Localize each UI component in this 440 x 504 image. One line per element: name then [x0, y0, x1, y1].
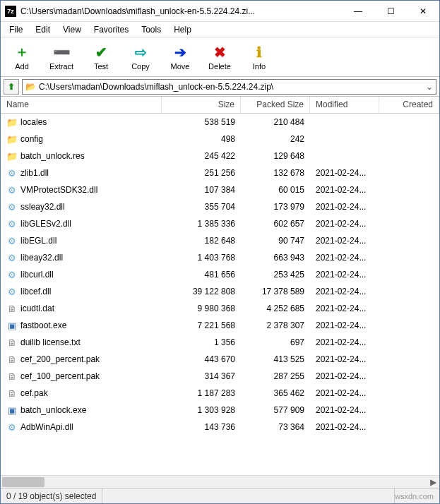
- info-button[interactable]: ℹInfo: [242, 42, 276, 72]
- extract-button-label: Extract: [49, 62, 73, 71]
- table-row[interactable]: ▣batch_unlock.exe1 303 928577 9092021-02…: [1, 402, 439, 419]
- up-icon: ⬆: [8, 82, 15, 92]
- test-button-label: Test: [94, 62, 108, 71]
- dll-icon: ⚙: [6, 235, 18, 246]
- copy-button[interactable]: ⇨Copy: [124, 42, 157, 72]
- table-row[interactable]: ⚙zlib1.dll251 256132 6782021-02-24...: [1, 164, 439, 181]
- menu-edit[interactable]: Edit: [30, 23, 56, 36]
- cell-packed: 413 525: [241, 354, 310, 364]
- cell-packed: 577 909: [241, 405, 310, 415]
- cell-modified: 2021-02-24...: [310, 219, 379, 229]
- chevron-down-icon[interactable]: ⌄: [426, 82, 433, 92]
- table-row[interactable]: 🗎icudtl.dat9 980 3684 252 6852021-02-24.…: [1, 300, 439, 317]
- cell-size: 107 384: [162, 185, 241, 195]
- menu-favorites[interactable]: Favorites: [88, 23, 134, 36]
- cell-size: 355 704: [162, 202, 241, 212]
- table-row[interactable]: ▣fastboot.exe7 221 5682 378 3072021-02-2…: [1, 317, 439, 334]
- table-row[interactable]: 🗎duilib license.txt1 3566972021-02-24...: [1, 334, 439, 351]
- scroll-right-icon[interactable]: ▶: [427, 476, 439, 488]
- folder-icon: 📁: [6, 133, 18, 145]
- file-name: config: [20, 134, 43, 144]
- file-list[interactable]: 📁locales538 519210 484📁config498242📁batc…: [1, 114, 439, 475]
- statusbar: 0 / 19 object(s) selected wsxdn.com: [1, 488, 439, 503]
- col-header-name[interactable]: Name: [1, 97, 162, 113]
- table-row[interactable]: ⚙libGLESv2.dll1 385 336602 6572021-02-24…: [1, 215, 439, 232]
- file-icon: 🗎: [6, 337, 18, 348]
- cell-modified: 2021-02-24...: [310, 185, 379, 195]
- up-button[interactable]: ⬆: [4, 79, 19, 95]
- file-name: cef.pak: [20, 388, 48, 398]
- cell-name: ⚙VMProtectSDK32.dll: [1, 184, 162, 196]
- table-row[interactable]: ⚙VMProtectSDK32.dll107 38460 0152021-02-…: [1, 181, 439, 198]
- cell-modified: 2021-02-24...: [310, 202, 379, 212]
- cell-modified: 2021-02-24...: [310, 270, 379, 280]
- menu-view[interactable]: View: [57, 23, 87, 36]
- cell-packed: 602 657: [241, 219, 310, 229]
- col-header-packed[interactable]: Packed Size: [241, 97, 310, 113]
- cell-name: 🗎cef_200_percent.pak: [1, 354, 162, 365]
- cell-size: 498: [162, 134, 241, 144]
- col-header-size[interactable]: Size: [162, 97, 241, 113]
- cell-packed: 2 378 307: [241, 320, 310, 330]
- test-button[interactable]: ✔Test: [84, 42, 118, 72]
- cell-modified: 2021-02-24...: [310, 304, 379, 313]
- cell-name: ⚙libEGL.dll: [1, 235, 162, 246]
- delete-button-icon: ✖: [211, 44, 228, 61]
- menu-file[interactable]: File: [4, 23, 28, 36]
- cell-name: 📁locales: [1, 116, 162, 128]
- table-row[interactable]: ⚙libcurl.dll481 656253 4252021-02-24...: [1, 266, 439, 283]
- cell-size: 1 356: [162, 337, 241, 347]
- cell-name: 🗎cef.pak: [1, 388, 162, 399]
- cell-modified: 2021-02-24...: [310, 354, 379, 364]
- file-name: duilib license.txt: [20, 337, 81, 347]
- extract-button[interactable]: ➖Extract: [44, 42, 78, 72]
- dll-icon: ⚙: [6, 218, 18, 229]
- menu-help[interactable]: Help: [168, 23, 197, 36]
- table-row[interactable]: 📁batch_unlock.res245 422129 648: [1, 148, 439, 164]
- file-name: libcef.dll: [20, 287, 51, 296]
- file-name: libGLESv2.dll: [20, 219, 71, 229]
- folder-icon: 📁: [6, 116, 18, 128]
- close-button[interactable]: ✕: [407, 1, 439, 22]
- col-header-modified[interactable]: Modified: [310, 97, 379, 113]
- cell-size: 1 303 928: [162, 405, 241, 415]
- address-combo[interactable]: 📂 C:\Users\madan\Downloads\miflash_unloc…: [22, 79, 436, 95]
- maximize-button[interactable]: ☐: [374, 1, 407, 22]
- table-row[interactable]: ⚙AdbWinApi.dll143 73673 3642021-02-24...: [1, 419, 439, 436]
- cell-name: ▣batch_unlock.exe: [1, 404, 162, 416]
- copy-button-icon: ⇨: [132, 44, 149, 61]
- cell-name: 🗎icudtl.dat: [1, 303, 162, 314]
- table-row[interactable]: 🗎cef_200_percent.pak443 670413 5252021-0…: [1, 351, 439, 368]
- menu-tools[interactable]: Tools: [136, 23, 167, 36]
- col-header-created[interactable]: Created: [379, 97, 439, 113]
- table-row[interactable]: ⚙libcef.dll39 122 80817 378 5892021-02-2…: [1, 283, 439, 300]
- cell-size: 314 367: [162, 371, 241, 381]
- table-row[interactable]: 🗎cef.pak1 187 283365 4622021-02-24...: [1, 385, 439, 402]
- cell-name: ⚙libGLESv2.dll: [1, 218, 162, 229]
- minimize-button[interactable]: —: [342, 1, 374, 22]
- cell-size: 481 656: [162, 270, 241, 280]
- cell-name: 🗎cef_100_percent.pak: [1, 371, 162, 382]
- delete-button[interactable]: ✖Delete: [203, 42, 237, 72]
- table-row[interactable]: 📁locales538 519210 484: [1, 114, 439, 131]
- info-button-label: Info: [253, 62, 266, 71]
- dll-icon: ⚙: [6, 167, 18, 179]
- copy-button-label: Copy: [131, 62, 150, 71]
- table-row[interactable]: 📁config498242: [1, 131, 439, 148]
- delete-button-label: Delete: [208, 62, 231, 71]
- move-button[interactable]: ➔Move: [163, 42, 197, 72]
- table-row[interactable]: ⚙ssleay32.dll355 704173 9792021-02-24...: [1, 198, 439, 215]
- add-button[interactable]: ＋Add: [5, 42, 39, 72]
- cell-name: ⚙AdbWinApi.dll: [1, 421, 162, 433]
- scroll-thumb[interactable]: [2, 477, 44, 487]
- table-row[interactable]: 🗎cef_100_percent.pak314 367287 2552021-0…: [1, 368, 439, 385]
- file-icon: 🗎: [6, 388, 18, 399]
- table-row[interactable]: ⚙libeay32.dll1 403 768663 9432021-02-24.…: [1, 249, 439, 266]
- cell-packed: 253 425: [241, 270, 310, 280]
- file-name: fastboot.exe: [20, 320, 66, 330]
- horizontal-scrollbar[interactable]: ◀ ▶: [1, 475, 439, 488]
- exe-icon: ▣: [6, 320, 18, 331]
- table-row[interactable]: ⚙libEGL.dll182 64890 7472021-02-24...: [1, 232, 439, 249]
- cell-name: ⚙libcef.dll: [1, 286, 162, 297]
- file-name: batch_unlock.res: [20, 151, 85, 161]
